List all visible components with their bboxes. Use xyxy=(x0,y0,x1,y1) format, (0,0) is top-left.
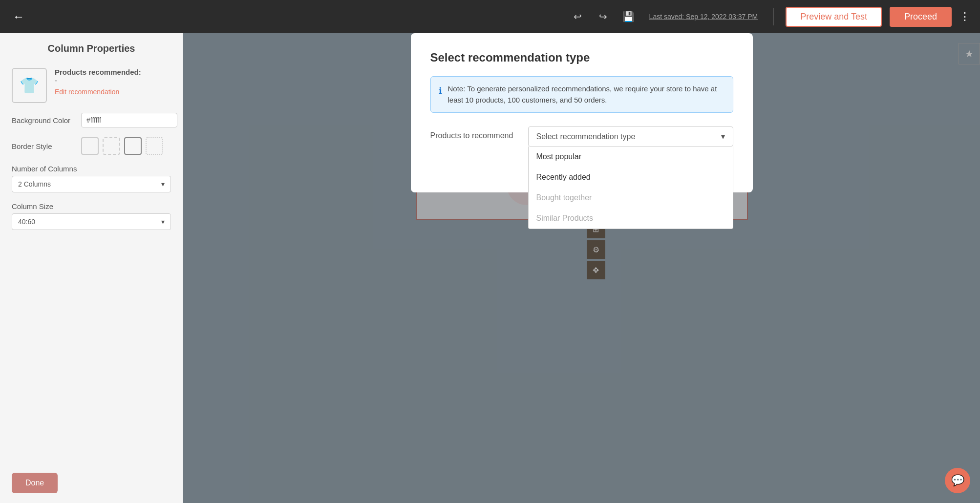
dropdown-option-similar-products: Similar Products xyxy=(529,208,733,229)
recommendation-type-dropdown-menu: Most popular Recently added Bought toget… xyxy=(528,147,733,229)
recommendation-type-modal: Select recommendation type ℹ Note: To ge… xyxy=(411,33,753,192)
column-size-chevron: ▾ xyxy=(161,218,165,226)
preview-and-test-button[interactable]: Preview and Test xyxy=(786,7,882,27)
product-preview-row: 👕 Products recommended: - Edit recommend… xyxy=(12,68,171,103)
dropdown-option-most-popular[interactable]: Most popular xyxy=(529,147,733,167)
column-properties-panel: Column Properties 👕 Products recommended… xyxy=(0,33,183,503)
num-columns-chevron: ▾ xyxy=(161,180,165,188)
border-style-row: Border Style xyxy=(12,137,171,155)
modal-overlay: Select recommendation type ℹ Note: To ge… xyxy=(183,33,980,503)
canvas-area: ★ Upto 25% off Shop Now 👕 $[PR:TITLE]$ $… xyxy=(183,33,980,503)
background-color-row: Background Color xyxy=(12,113,171,127)
modal-note-text: Note: To generate personalized recommend… xyxy=(448,84,725,105)
num-columns-value: 2 Columns xyxy=(18,180,51,188)
info-icon: ℹ xyxy=(439,84,442,98)
sidebar-title: Column Properties xyxy=(12,43,171,54)
border-option-solid[interactable] xyxy=(81,137,99,155)
border-option-double[interactable] xyxy=(124,137,142,155)
recommendation-type-dropdown-container: Select recommendation type ▾ Most popula… xyxy=(528,126,733,147)
save-icon-button[interactable]: 💾 xyxy=(620,8,638,25)
border-style-options xyxy=(81,137,163,155)
dropdown-chevron: ▾ xyxy=(721,132,725,141)
column-size-dropdown[interactable]: 40:60 ▾ xyxy=(12,213,171,230)
product-icon: 👕 xyxy=(12,68,47,103)
column-size-row: Column Size 40:60 ▾ xyxy=(12,202,171,230)
done-button[interactable]: Done xyxy=(12,473,58,493)
topbar: ← ↩ ↪ 💾 Last saved: Sep 12, 2022 03:37 P… xyxy=(0,0,980,33)
proceed-button[interactable]: Proceed xyxy=(890,7,952,27)
border-option-dotted[interactable] xyxy=(146,137,163,155)
back-button[interactable]: ← xyxy=(10,8,27,25)
main-layout: Column Properties 👕 Products recommended… xyxy=(0,33,980,503)
border-style-label: Border Style xyxy=(12,142,75,150)
background-color-input[interactable] xyxy=(81,113,177,127)
shirt-icon: 👕 xyxy=(20,76,39,95)
background-color-label: Background Color xyxy=(12,116,75,125)
modal-title: Select recommendation type xyxy=(430,51,733,64)
edit-recommendation-link[interactable]: Edit recommendation xyxy=(55,88,119,96)
border-option-dashed[interactable] xyxy=(103,137,120,155)
chat-button[interactable]: 💬 xyxy=(945,468,970,493)
num-columns-dropdown[interactable]: 2 Columns ▾ xyxy=(12,176,171,192)
column-size-value: 40:60 xyxy=(18,218,35,226)
recommendation-type-dropdown[interactable]: Select recommendation type ▾ xyxy=(528,126,733,147)
modal-note: ℹ Note: To generate personalized recomme… xyxy=(430,76,733,113)
last-saved-text: Last saved: Sep 12, 2022 03:37 PM xyxy=(649,13,758,21)
chat-icon: 💬 xyxy=(951,474,964,487)
redo-button[interactable]: ↪ xyxy=(595,8,612,25)
products-to-recommend-row: Products to recommend Select recommendat… xyxy=(430,126,733,147)
more-options-button[interactable]: ⋮ xyxy=(959,10,970,23)
column-size-label: Column Size xyxy=(12,202,171,210)
topbar-divider xyxy=(773,8,774,25)
num-columns-row: Number of Columns 2 Columns ▾ xyxy=(12,165,171,192)
products-to-recommend-label: Products to recommend xyxy=(430,126,518,140)
dropdown-option-bought-together: Bought together xyxy=(529,188,733,208)
products-recommended-label: Products recommended: xyxy=(55,68,171,76)
dropdown-placeholder: Select recommendation type xyxy=(536,132,636,141)
product-info: Products recommended: - Edit recommendat… xyxy=(55,68,171,96)
dropdown-option-recently-added[interactable]: Recently added xyxy=(529,167,733,188)
num-columns-label: Number of Columns xyxy=(12,165,171,173)
products-recommended-value: - xyxy=(55,76,171,84)
undo-button[interactable]: ↩ xyxy=(569,8,587,25)
